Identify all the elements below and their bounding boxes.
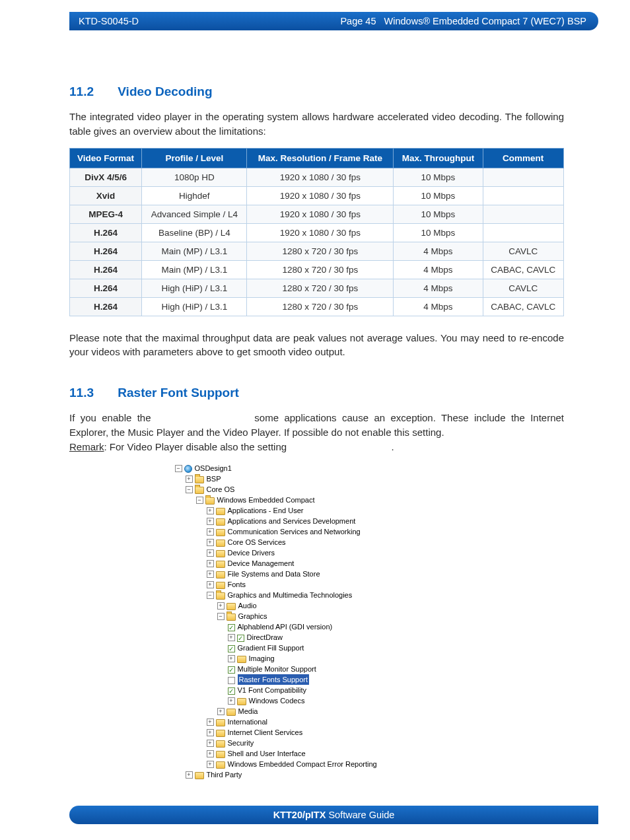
table-cell: 10 Mbps: [394, 223, 483, 242]
tree-label: Windows Embedded Compact Error Reporting: [228, 759, 377, 769]
folder-icon: [216, 508, 225, 515]
tree-item[interactable]: −Windows Embedded Compact: [175, 495, 459, 505]
tree-item[interactable]: +Windows Codecs: [175, 695, 459, 706]
tree-item[interactable]: +Device Management: [175, 558, 459, 569]
tree-item[interactable]: ✓Gradient Fill Support: [175, 643, 459, 653]
table-cell: 1920 x 1080 / 30 fps: [247, 205, 394, 223]
table-cell: [483, 186, 564, 205]
tree-item[interactable]: +Applications and Services Development: [175, 516, 459, 526]
folder-icon: [227, 603, 236, 610]
table-cell: H.264: [70, 297, 142, 316]
table-cell: 1280 x 720 / 30 fps: [247, 297, 394, 316]
tree-label: Third Party: [207, 769, 242, 780]
tree-item[interactable]: +✓DirectDraw: [175, 632, 459, 643]
table-row: H.264High (HiP) / L3.11280 x 720 / 30 fp…: [70, 279, 564, 297]
folder-icon: [195, 476, 204, 483]
tree-label: BSP: [207, 473, 221, 484]
tree-item[interactable]: +Audio: [175, 600, 459, 611]
table-cell: 1280 x 720 / 30 fps: [247, 260, 394, 279]
table-cell: 1080p HD: [142, 168, 247, 186]
folder-icon: [216, 730, 225, 737]
tree-item[interactable]: +Internet Client Services: [175, 727, 459, 738]
tree-item[interactable]: +Imaging: [175, 653, 459, 664]
table-row: MPEG-4Advanced Simple / L41920 x 1080 / …: [70, 205, 564, 223]
section1-intro: The integrated video player in the opera…: [69, 110, 564, 139]
tree-label: Imaging: [249, 653, 275, 664]
tree-item[interactable]: ✓Multiple Monitor Support: [175, 664, 459, 674]
section-heading-11-3: 11.3 Raster Font Support: [69, 386, 564, 400]
folder-icon: [216, 540, 225, 547]
table-cell: Baseline (BP) / L4: [142, 223, 247, 242]
tree-root[interactable]: −OSDesign1: [175, 463, 459, 473]
tree-item[interactable]: +Core OS Services: [175, 537, 459, 547]
tree-label: Multiple Monitor Support: [238, 664, 316, 674]
text: If you enable the: [69, 412, 157, 423]
page-number: Page 45: [340, 16, 376, 26]
tree-item[interactable]: −Graphics and Multimedia Technologies: [175, 590, 459, 600]
section1-note: Please note that the maximal throughput …: [69, 331, 564, 360]
table-cell: 4 Mbps: [394, 297, 483, 316]
checkbox-icon[interactable]: ✓: [228, 645, 235, 652]
folder-icon: [195, 487, 204, 494]
tree-label: Audio: [238, 600, 257, 611]
checkbox-icon[interactable]: ✓: [228, 666, 235, 674]
table-cell: CABAC, CAVLC: [483, 297, 564, 316]
table-cell: [483, 168, 564, 186]
tree-item[interactable]: +Shell and User Interface: [175, 748, 459, 759]
tree-item[interactable]: +Security: [175, 738, 459, 748]
checkbox-icon[interactable]: ✓: [228, 624, 235, 631]
tree-label: Applications and Services Development: [228, 516, 356, 526]
checkbox-icon[interactable]: ✓: [228, 687, 235, 695]
table-cell: 4 Mbps: [394, 279, 483, 297]
table-row: H.264High (HiP) / L3.11280 x 720 / 30 fp…: [70, 297, 564, 316]
tree-item[interactable]: +BSP: [175, 473, 459, 484]
table-cell: H.264: [70, 242, 142, 260]
tree-item[interactable]: +Third Party: [175, 769, 459, 780]
tree-label: Media: [238, 706, 258, 717]
tree-label: File Systems and Data Store: [228, 569, 320, 579]
tree-item[interactable]: +Windows Embedded Compact Error Reportin…: [175, 759, 459, 769]
th-throughput: Max. Throughput: [394, 148, 483, 168]
tree-label: Internet Client Services: [228, 727, 303, 738]
tree-label: Shell and User Interface: [228, 748, 306, 759]
folder-icon: [216, 561, 225, 568]
th-profile: Profile / Level: [142, 148, 247, 168]
th-resolution: Max. Resolution / Frame Rate: [247, 148, 394, 168]
tree-item[interactable]: +Media: [175, 706, 459, 717]
table-cell: [483, 205, 564, 223]
folder-icon: [216, 518, 225, 526]
folder-icon: [227, 709, 236, 716]
tree-item[interactable]: +Fonts: [175, 579, 459, 590]
table-cell: 1920 x 1080 / 30 fps: [247, 223, 394, 242]
tree-label: V1 Font Compatibility: [238, 685, 307, 695]
footer-bold: KTT20/pITX: [273, 810, 326, 820]
tree-item[interactable]: +Communication Services and Networking: [175, 526, 459, 537]
tree-item[interactable]: +File Systems and Data Store: [175, 569, 459, 579]
folder-icon: [216, 571, 225, 578]
tree-item[interactable]: +Applications - End User: [175, 505, 459, 516]
section-title: Video Decoding: [118, 85, 212, 98]
remark-tail: .: [391, 441, 394, 452]
table-cell: 4 Mbps: [394, 242, 483, 260]
table-cell: 1920 x 1080 / 30 fps: [247, 186, 394, 205]
tree-item[interactable]: +International: [175, 717, 459, 727]
tree-item-selected[interactable]: ✓Raster Fonts Support: [175, 674, 459, 685]
table-cell: Main (MP) / L3.1: [142, 260, 247, 279]
page-header: KTD-S0045-D Page 45 Windows® Embedded Co…: [69, 12, 598, 30]
tree-label: Applications - End User: [228, 505, 304, 516]
table-cell: Xvid: [70, 186, 142, 205]
checkbox-icon[interactable]: ✓: [228, 677, 235, 684]
tree-label: Graphics: [238, 611, 267, 621]
tree-item[interactable]: −Core OS: [175, 484, 459, 495]
tree-item[interactable]: ✓Alphablend API (GDI version): [175, 621, 459, 632]
table-cell: CABAC, CAVLC: [483, 260, 564, 279]
tree-item[interactable]: −Graphics: [175, 611, 459, 621]
table-cell: MPEG-4: [70, 205, 142, 223]
tree-label: International: [228, 717, 268, 727]
tree-item[interactable]: ✓V1 Font Compatibility: [175, 685, 459, 695]
tree-label: Core OS Services: [228, 537, 286, 547]
th-comment: Comment: [483, 148, 564, 168]
tree-item[interactable]: +Device Drivers: [175, 547, 459, 558]
tree-label: Gradient Fill Support: [238, 643, 304, 653]
checkbox-icon[interactable]: ✓: [237, 635, 244, 642]
